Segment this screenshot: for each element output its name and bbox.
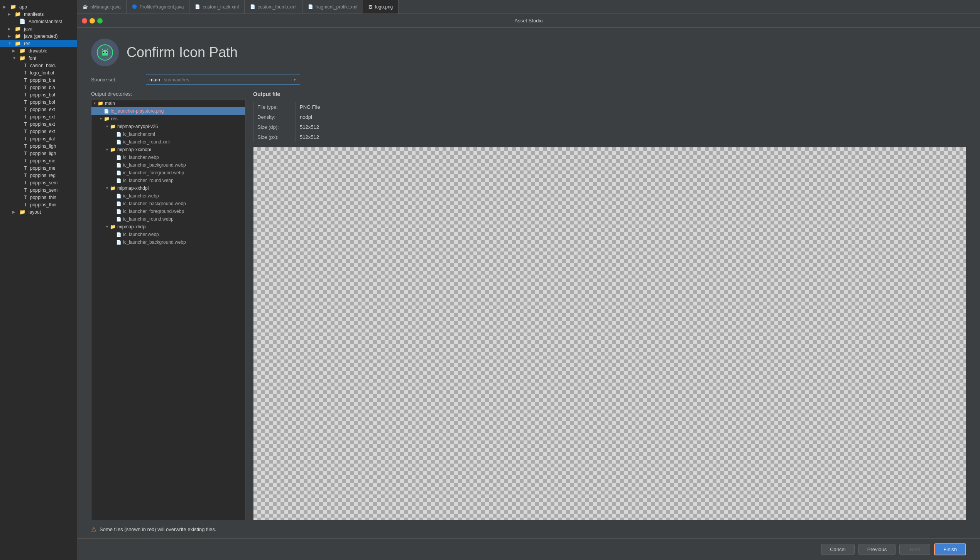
sidebar-item[interactable]: ▼📁font — [0, 54, 77, 62]
tab-bar: ☕nManager.java🔵ProfilerFragment.java📄cus… — [77, 0, 980, 14]
sidebar-item[interactable]: T logo_font.ot — [0, 69, 77, 76]
sidebar-item[interactable]: T poppins_me — [0, 157, 77, 164]
tree-item[interactable]: 📄ic_launcher.webp — [91, 153, 245, 161]
dialog-content: Confirm Icon Path Source set: main src/m… — [77, 28, 980, 560]
dropdown-arrow-icon: ▼ — [293, 78, 297, 82]
sidebar-item[interactable]: T poppins_thin — [0, 201, 77, 208]
previous-button[interactable]: Previous — [858, 544, 896, 555]
android-studio-icon — [91, 39, 119, 66]
tree-item[interactable]: ▼📁res — [91, 115, 245, 123]
finish-button[interactable]: Finish — [934, 543, 966, 555]
tree-item[interactable]: 📄ic_launcher_round.webp — [91, 215, 245, 223]
sidebar-item[interactable]: ▶📁app — [0, 3, 77, 10]
sidebar-item[interactable]: T poppins_ext — [0, 106, 77, 113]
source-set-main: main — [149, 77, 160, 83]
tree-item[interactable]: 📄ic_launcher_background.webp — [91, 161, 245, 169]
size-px-label: Size (px): — [253, 132, 296, 142]
tree-item[interactable]: 📄ic_launcher_round.xml — [91, 138, 245, 146]
output-dirs-label: Output directories: — [91, 91, 141, 97]
window-title: Asset Studio — [515, 18, 543, 24]
sidebar-item[interactable]: T poppins_ital — [0, 135, 77, 142]
sidebar-item[interactable]: ▶📁java (generated) — [0, 32, 77, 40]
source-set-row: Source set: main src/main/res ▼ — [91, 74, 966, 85]
tab-profilerfragment-java[interactable]: 🔵ProfilerFragment.java — [127, 0, 190, 13]
minimize-button[interactable] — [90, 18, 95, 24]
cancel-button[interactable]: Cancel — [821, 544, 854, 555]
sidebar-item[interactable]: T poppins_bol — [0, 98, 77, 106]
tree-item[interactable]: ▼📁mipmap-xxxhdpi — [91, 146, 245, 153]
sidebar-item[interactable]: T poppins_thin — [0, 194, 77, 201]
file-type-label: File type: — [253, 102, 296, 112]
source-set-path: src/main/res — [164, 77, 189, 83]
file-type-row: File type: PNG File — [253, 102, 966, 112]
tab-custom-thumb-xml[interactable]: 📄custom_thumb.xml — [245, 0, 302, 13]
sidebar-item[interactable]: ▶📁java — [0, 25, 77, 32]
sidebar-item[interactable]: T poppins_me — [0, 164, 77, 172]
tree-item[interactable]: 📄ic_launcher_foreground.webp — [91, 169, 245, 177]
close-button[interactable] — [82, 18, 87, 24]
preview-area — [253, 147, 966, 520]
sidebar-item[interactable]: ▶📁manifests — [0, 10, 77, 18]
dialog-body: Source set: main src/main/res ▼ Output d… — [77, 74, 980, 520]
density-row: Density: nodpi — [253, 112, 966, 122]
sidebar-item[interactable]: T poppins_ext — [0, 120, 77, 128]
two-column-layout: Output directories: ▼📁main📄ic_launcher-p… — [91, 91, 966, 520]
main-area: ☕nManager.java🔵ProfilerFragment.java📄cus… — [77, 0, 980, 560]
dialog-title: Confirm Icon Path — [127, 44, 238, 61]
sidebar-item[interactable]: T poppins_sem — [0, 179, 77, 186]
tab-nmanager-java[interactable]: ☕nManager.java — [77, 0, 127, 13]
sidebar-item[interactable]: T caslon_bold. — [0, 62, 77, 69]
sidebar-item[interactable]: ▶📁layout — [0, 208, 77, 216]
tab-custom-track-xml[interactable]: 📄custom_track.xml — [189, 0, 244, 13]
maximize-button[interactable] — [97, 18, 103, 24]
sidebar: ▶📁app▶📁manifests📄AndroidManifest▶📁java▶📁… — [0, 0, 77, 560]
sidebar-item[interactable]: T poppins_bla — [0, 76, 77, 84]
svg-point-3 — [106, 52, 107, 53]
checker-background — [253, 147, 966, 520]
tab-fragment-profile-xml[interactable]: 📄fragment_profile.xml — [302, 0, 363, 13]
tree-item[interactable]: ▼📁mipmap-anydpi-v26 — [91, 123, 245, 130]
size-dp-row: Size (dp): 512x512 — [253, 122, 966, 132]
sidebar-item[interactable]: T poppins_ligh — [0, 142, 77, 150]
density-label: Density: — [253, 112, 296, 122]
source-set-dropdown[interactable]: main src/main/res ▼ — [146, 74, 300, 85]
dialog-header: Confirm Icon Path — [77, 28, 980, 74]
file-type-value: PNG File — [296, 102, 966, 112]
tree-item[interactable]: 📄ic_launcher_foreground.webp — [91, 207, 245, 215]
traffic-lights — [82, 18, 103, 24]
source-set-label: Source set: — [91, 77, 141, 83]
output-tree[interactable]: ▼📁main📄ic_launcher-playstore.png▼📁res▼📁m… — [91, 99, 245, 520]
sidebar-item[interactable]: T poppins_ligh — [0, 150, 77, 157]
sidebar-item[interactable]: T poppins_ext — [0, 113, 77, 120]
tree-item[interactable]: ▼📁mipmap-xxhdpi — [91, 184, 245, 192]
sidebar-item[interactable]: T poppins_reg — [0, 172, 77, 179]
tree-item[interactable]: 📄ic_launcher.webp — [91, 192, 245, 200]
output-file-title: Output file — [253, 91, 966, 97]
sidebar-item[interactable]: ▼📁res — [0, 40, 77, 47]
next-button[interactable]: Next — [899, 544, 930, 555]
tree-item[interactable]: 📄ic_launcher.webp — [91, 231, 245, 238]
density-value: nodpi — [296, 112, 966, 122]
svg-point-2 — [103, 52, 104, 53]
sidebar-item[interactable]: 📄AndroidManifest — [0, 18, 77, 25]
tree-item[interactable]: ▼📁main — [91, 100, 245, 107]
sidebar-item[interactable]: T poppins_sem — [0, 186, 77, 194]
tree-item[interactable]: 📄ic_launcher_background.webp — [91, 200, 245, 207]
sidebar-item[interactable]: T poppins_bol — [0, 91, 77, 98]
title-bar: Asset Studio — [77, 14, 980, 28]
tree-item[interactable]: 📄ic_launcher-playstore.png — [91, 107, 245, 115]
sidebar-item[interactable]: T poppins_bla — [0, 84, 77, 91]
size-dp-value: 512x512 — [296, 122, 966, 132]
tree-item[interactable]: 📄ic_launcher_background.webp — [91, 238, 245, 246]
left-column: Output directories: ▼📁main📄ic_launcher-p… — [91, 91, 245, 520]
warning-text: Some files (shown in red) will overwrite… — [100, 526, 216, 532]
tree-item[interactable]: ▼📁mipmap-xhdpi — [91, 223, 245, 231]
output-properties-table: File type: PNG File Density: nodpi Size … — [253, 102, 966, 142]
tree-item[interactable]: 📄ic_launcher.xml — [91, 130, 245, 138]
tab-logo-png[interactable]: 🖼logo.png — [363, 0, 399, 13]
size-dp-label: Size (dp): — [253, 122, 296, 132]
tree-item[interactable]: 📄ic_launcher_round.webp — [91, 177, 245, 184]
sidebar-item[interactable]: ▶📁drawable — [0, 47, 77, 54]
warning-icon: ⚠ — [91, 526, 96, 533]
sidebar-item[interactable]: T poppins_ext — [0, 128, 77, 135]
